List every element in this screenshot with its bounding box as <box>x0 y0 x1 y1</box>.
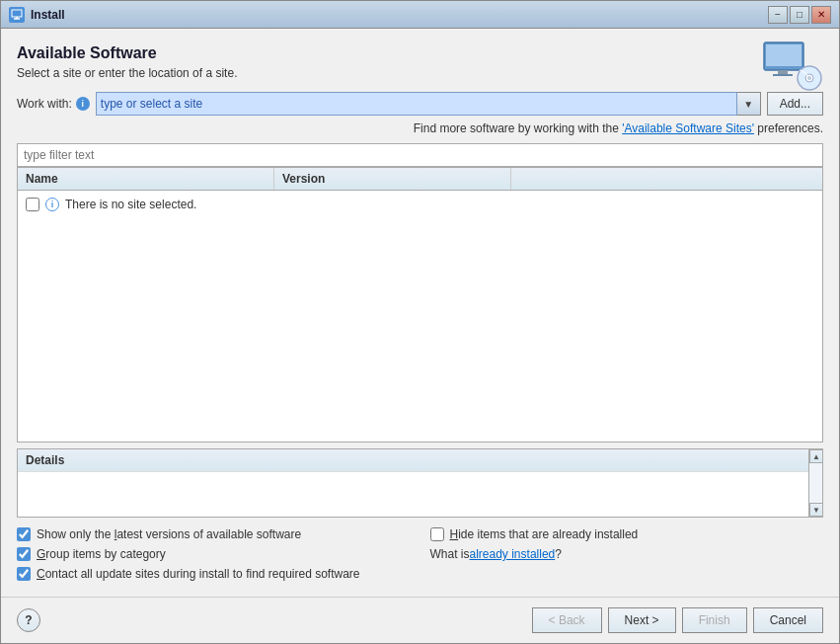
option-what-is-installed: What is already installed? <box>430 547 824 561</box>
col-name-header: Name <box>18 168 274 190</box>
titlebar-controls: − □ ✕ <box>768 6 831 24</box>
software-sites-row: Find more software by working with the '… <box>17 121 823 135</box>
maximize-button[interactable]: □ <box>790 6 809 24</box>
col-rest-header <box>511 168 822 190</box>
minimize-button[interactable]: − <box>768 6 788 24</box>
options-section: Show only the latest versions of availab… <box>17 527 823 581</box>
bottom-bar: ? < Back Next > Finish Cancel <box>1 597 839 643</box>
svg-point-9 <box>807 76 811 80</box>
header-icon <box>762 40 823 97</box>
back-button[interactable]: < Back <box>532 607 602 633</box>
group-by-category-checkbox[interactable] <box>17 547 31 561</box>
top-section: Available Software Select a site or ente… <box>17 44 823 92</box>
table-row: i There is no site selected. <box>18 195 822 214</box>
option-hide-installed: Hide items that are already installed <box>430 527 824 541</box>
option-group-by-category: Group items by category <box>17 547 411 561</box>
latest-versions-checkbox[interactable] <box>17 527 31 541</box>
filter-input[interactable] <box>17 143 823 167</box>
what-is-suffix: ? <box>555 547 562 561</box>
titlebar-icon <box>9 7 25 23</box>
info-icon[interactable]: i <box>76 97 90 111</box>
next-button[interactable]: Next > <box>608 607 676 633</box>
hide-installed-checkbox[interactable] <box>430 527 444 541</box>
row-no-site-text: There is no site selected. <box>65 198 196 211</box>
svg-rect-5 <box>778 70 788 74</box>
cancel-button[interactable]: Cancel <box>753 607 823 633</box>
svg-rect-0 <box>12 10 22 17</box>
svg-rect-6 <box>773 74 793 76</box>
close-button[interactable]: ✕ <box>811 6 831 24</box>
software-sites-prefix: Find more software by working with the <box>414 121 622 135</box>
svg-rect-4 <box>766 44 802 66</box>
site-dropdown-button[interactable]: ▼ <box>737 92 761 116</box>
table-header: Name Version <box>18 168 822 191</box>
option-contact-update-sites: Contact all update sites during install … <box>17 567 823 581</box>
contact-update-sites-label: Contact all update sites during install … <box>37 567 360 581</box>
scroll-down-arrow[interactable]: ▼ <box>809 503 823 517</box>
software-sites-suffix: preferences. <box>754 121 823 135</box>
already-installed-link[interactable]: already installed <box>470 547 556 561</box>
option-latest-versions: Show only the latest versions of availab… <box>17 527 411 541</box>
work-with-row: Work with: i ▼ Add... <box>17 92 823 116</box>
available-software-sites-link[interactable]: 'Available Software Sites' <box>622 121 754 135</box>
scroll-up-arrow[interactable]: ▲ <box>809 449 823 463</box>
page-title: Available Software <box>17 44 823 62</box>
titlebar-title: Install <box>31 8 768 22</box>
main-content: Available Software Select a site or ente… <box>1 29 839 597</box>
install-window: Install − □ ✕ <box>0 0 840 644</box>
row-info-icon: i <box>45 198 59 211</box>
finish-button[interactable]: Finish <box>682 607 747 633</box>
details-section: Details ▲ ▼ <box>17 448 823 518</box>
software-table: Name Version i There is no site selected… <box>17 167 823 443</box>
contact-update-sites-checkbox[interactable] <box>17 567 31 581</box>
row-checkbox[interactable] <box>26 198 39 211</box>
help-button[interactable]: ? <box>17 608 40 632</box>
work-with-label: Work with: <box>17 97 72 111</box>
titlebar: Install − □ ✕ <box>1 1 839 29</box>
details-scrollbar: ▲ ▼ <box>808 449 822 517</box>
table-body: i There is no site selected. <box>18 191 822 218</box>
col-version-header: Version <box>274 168 511 190</box>
site-input[interactable] <box>96 92 737 116</box>
page-subtitle: Select a site or enter the location of a… <box>17 66 823 80</box>
hide-installed-label: Hide items that are already installed <box>450 527 639 541</box>
what-is-label: What is <box>430 547 470 561</box>
group-by-category-label: Group items by category <box>37 547 166 561</box>
details-label: Details <box>18 449 822 472</box>
scroll-track <box>809 463 822 503</box>
latest-versions-label: Show only the latest versions of availab… <box>37 527 301 541</box>
